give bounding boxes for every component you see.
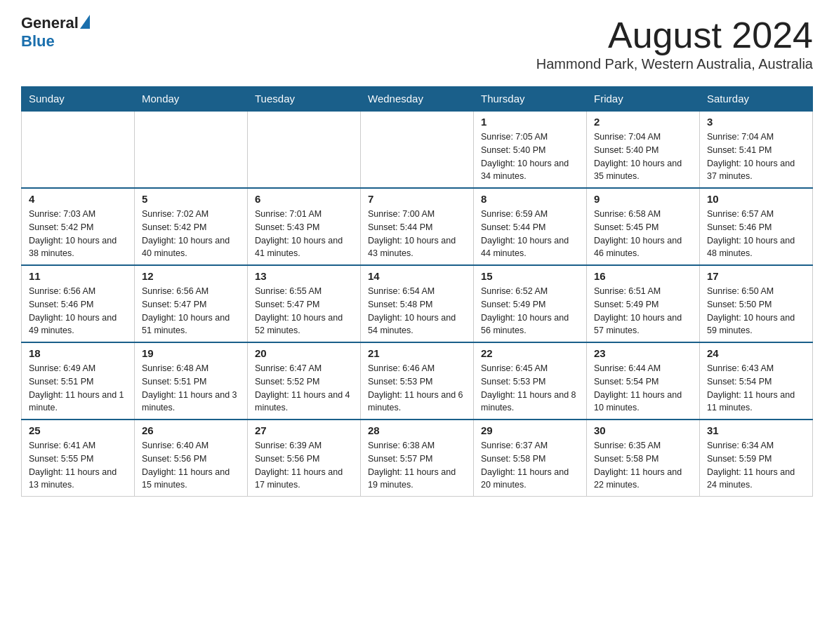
- calendar-cell: 24Sunrise: 6:43 AM Sunset: 5:54 PM Dayli…: [700, 342, 813, 420]
- calendar-week-row: 25Sunrise: 6:41 AM Sunset: 5:55 PM Dayli…: [22, 420, 813, 497]
- day-info: Sunrise: 6:58 AM Sunset: 5:45 PM Dayligh…: [594, 208, 692, 260]
- day-number: 2: [594, 116, 692, 128]
- calendar-cell: 2Sunrise: 7:04 AM Sunset: 5:40 PM Daylig…: [587, 111, 700, 188]
- day-number: 9: [594, 193, 692, 205]
- calendar-cell: 27Sunrise: 6:39 AM Sunset: 5:56 PM Dayli…: [248, 420, 361, 497]
- day-info: Sunrise: 7:04 AM Sunset: 5:41 PM Dayligh…: [707, 130, 805, 183]
- day-number: 20: [255, 347, 353, 359]
- day-info: Sunrise: 6:35 AM Sunset: 5:58 PM Dayligh…: [594, 439, 692, 492]
- calendar-week-row: 11Sunrise: 6:56 AM Sunset: 5:46 PM Dayli…: [22, 265, 813, 342]
- day-number: 21: [368, 347, 466, 359]
- calendar-cell: 26Sunrise: 6:40 AM Sunset: 5:56 PM Dayli…: [135, 420, 248, 497]
- logo-blue-text: Blue: [21, 32, 55, 51]
- day-number: 22: [481, 347, 579, 359]
- day-number: 30: [594, 424, 692, 436]
- calendar-cell: 30Sunrise: 6:35 AM Sunset: 5:58 PM Dayli…: [587, 420, 700, 497]
- calendar-week-row: 4Sunrise: 7:03 AM Sunset: 5:42 PM Daylig…: [22, 188, 813, 265]
- calendar-cell: 23Sunrise: 6:44 AM Sunset: 5:54 PM Dayli…: [587, 342, 700, 420]
- day-info: Sunrise: 6:57 AM Sunset: 5:46 PM Dayligh…: [707, 208, 805, 260]
- day-info: Sunrise: 6:40 AM Sunset: 5:56 PM Dayligh…: [142, 439, 240, 492]
- day-number: 5: [142, 193, 240, 205]
- calendar-cell: 28Sunrise: 6:38 AM Sunset: 5:57 PM Dayli…: [361, 420, 474, 497]
- column-header-wednesday: Wednesday: [361, 87, 474, 112]
- logo-general-text: General: [21, 14, 79, 32]
- day-number: 17: [707, 270, 805, 282]
- day-number: 10: [707, 193, 805, 205]
- column-header-saturday: Saturday: [700, 87, 813, 112]
- day-info: Sunrise: 6:56 AM Sunset: 5:47 PM Dayligh…: [142, 285, 240, 337]
- day-number: 11: [29, 270, 127, 282]
- calendar-cell: 13Sunrise: 6:55 AM Sunset: 5:47 PM Dayli…: [248, 265, 361, 342]
- day-info: Sunrise: 6:49 AM Sunset: 5:51 PM Dayligh…: [29, 362, 127, 415]
- calendar-cell: 4Sunrise: 7:03 AM Sunset: 5:42 PM Daylig…: [22, 188, 135, 265]
- day-number: 16: [594, 270, 692, 282]
- calendar-cell: 18Sunrise: 6:49 AM Sunset: 5:51 PM Dayli…: [22, 342, 135, 420]
- day-info: Sunrise: 6:34 AM Sunset: 5:59 PM Dayligh…: [707, 439, 805, 492]
- logo: General Blue: [21, 14, 90, 51]
- day-number: 3: [707, 116, 805, 128]
- day-number: 6: [255, 193, 353, 205]
- day-number: 14: [368, 270, 466, 282]
- column-header-monday: Monday: [135, 87, 248, 112]
- day-info: Sunrise: 6:47 AM Sunset: 5:52 PM Dayligh…: [255, 362, 353, 415]
- calendar-cell: 14Sunrise: 6:54 AM Sunset: 5:48 PM Dayli…: [361, 265, 474, 342]
- calendar-cell: 21Sunrise: 6:46 AM Sunset: 5:53 PM Dayli…: [361, 342, 474, 420]
- day-info: Sunrise: 7:03 AM Sunset: 5:42 PM Dayligh…: [29, 208, 127, 260]
- day-number: 19: [142, 347, 240, 359]
- column-header-friday: Friday: [587, 87, 700, 112]
- calendar-cell: 29Sunrise: 6:37 AM Sunset: 5:58 PM Dayli…: [474, 420, 587, 497]
- day-number: 13: [255, 270, 353, 282]
- calendar-cell: 7Sunrise: 7:00 AM Sunset: 5:44 PM Daylig…: [361, 188, 474, 265]
- day-info: Sunrise: 7:05 AM Sunset: 5:40 PM Dayligh…: [481, 130, 579, 183]
- day-number: 31: [707, 424, 805, 436]
- calendar-cell: 20Sunrise: 6:47 AM Sunset: 5:52 PM Dayli…: [248, 342, 361, 420]
- calendar-cell: 11Sunrise: 6:56 AM Sunset: 5:46 PM Dayli…: [22, 265, 135, 342]
- day-number: 26: [142, 424, 240, 436]
- day-info: Sunrise: 6:55 AM Sunset: 5:47 PM Dayligh…: [255, 285, 353, 337]
- day-info: Sunrise: 6:43 AM Sunset: 5:54 PM Dayligh…: [707, 362, 805, 415]
- day-info: Sunrise: 7:01 AM Sunset: 5:43 PM Dayligh…: [255, 208, 353, 260]
- day-number: 29: [481, 424, 579, 436]
- day-number: 15: [481, 270, 579, 282]
- calendar-cell: 5Sunrise: 7:02 AM Sunset: 5:42 PM Daylig…: [135, 188, 248, 265]
- calendar-cell: 17Sunrise: 6:50 AM Sunset: 5:50 PM Dayli…: [700, 265, 813, 342]
- calendar-week-row: 18Sunrise: 6:49 AM Sunset: 5:51 PM Dayli…: [22, 342, 813, 420]
- page-header: General Blue August 2024 Hammond Park, W…: [21, 14, 813, 81]
- calendar-cell: 16Sunrise: 6:51 AM Sunset: 5:49 PM Dayli…: [587, 265, 700, 342]
- day-info: Sunrise: 6:54 AM Sunset: 5:48 PM Dayligh…: [368, 285, 466, 337]
- calendar-cell: 10Sunrise: 6:57 AM Sunset: 5:46 PM Dayli…: [700, 188, 813, 265]
- calendar-cell: 25Sunrise: 6:41 AM Sunset: 5:55 PM Dayli…: [22, 420, 135, 497]
- calendar-cell: 3Sunrise: 7:04 AM Sunset: 5:41 PM Daylig…: [700, 111, 813, 188]
- column-header-thursday: Thursday: [474, 87, 587, 112]
- day-number: 1: [481, 116, 579, 128]
- calendar-cell: [361, 111, 474, 188]
- day-info: Sunrise: 7:04 AM Sunset: 5:40 PM Dayligh…: [594, 130, 692, 183]
- calendar-cell: [22, 111, 135, 188]
- day-info: Sunrise: 6:50 AM Sunset: 5:50 PM Dayligh…: [707, 285, 805, 337]
- column-header-tuesday: Tuesday: [248, 87, 361, 112]
- calendar-cell: [248, 111, 361, 188]
- day-number: 8: [481, 193, 579, 205]
- calendar-cell: 1Sunrise: 7:05 AM Sunset: 5:40 PM Daylig…: [474, 111, 587, 188]
- day-info: Sunrise: 7:02 AM Sunset: 5:42 PM Dayligh…: [142, 208, 240, 260]
- day-number: 18: [29, 347, 127, 359]
- day-number: 28: [368, 424, 466, 436]
- day-info: Sunrise: 6:46 AM Sunset: 5:53 PM Dayligh…: [368, 362, 466, 415]
- day-info: Sunrise: 6:48 AM Sunset: 5:51 PM Dayligh…: [142, 362, 240, 415]
- calendar-week-row: 1Sunrise: 7:05 AM Sunset: 5:40 PM Daylig…: [22, 111, 813, 188]
- day-info: Sunrise: 6:59 AM Sunset: 5:44 PM Dayligh…: [481, 208, 579, 260]
- calendar-cell: 6Sunrise: 7:01 AM Sunset: 5:43 PM Daylig…: [248, 188, 361, 265]
- calendar-cell: [135, 111, 248, 188]
- day-info: Sunrise: 6:39 AM Sunset: 5:56 PM Dayligh…: [255, 439, 353, 492]
- calendar-cell: 15Sunrise: 6:52 AM Sunset: 5:49 PM Dayli…: [474, 265, 587, 342]
- calendar-table: SundayMondayTuesdayWednesdayThursdayFrid…: [21, 86, 813, 497]
- logo-triangle-icon: [80, 15, 90, 29]
- day-number: 27: [255, 424, 353, 436]
- calendar-cell: 8Sunrise: 6:59 AM Sunset: 5:44 PM Daylig…: [474, 188, 587, 265]
- month-title: August 2024: [536, 14, 813, 56]
- column-header-sunday: Sunday: [22, 87, 135, 112]
- calendar-cell: 22Sunrise: 6:45 AM Sunset: 5:53 PM Dayli…: [474, 342, 587, 420]
- day-info: Sunrise: 6:41 AM Sunset: 5:55 PM Dayligh…: [29, 439, 127, 492]
- day-number: 12: [142, 270, 240, 282]
- day-info: Sunrise: 6:56 AM Sunset: 5:46 PM Dayligh…: [29, 285, 127, 337]
